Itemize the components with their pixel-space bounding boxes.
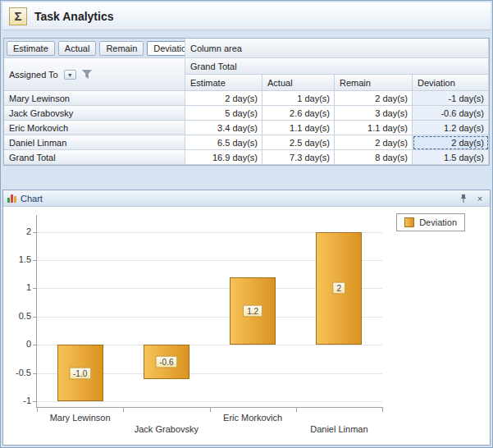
bar-value-label: -1.0 — [69, 367, 91, 379]
column-header-deviation: Deviation — [413, 75, 489, 91]
data-cell[interactable]: 2 day(s) — [335, 91, 413, 106]
row-header: Mary Lewinson — [4, 91, 185, 106]
data-cell[interactable]: 5 day(s) — [185, 106, 262, 121]
bar-value-label: 1.2 — [243, 305, 262, 318]
y-axis-label: 2 — [4, 226, 31, 236]
y-axis-label: 0.5 — [4, 311, 31, 321]
page-title: Task Analytics — [34, 10, 114, 23]
y-axis-tick — [33, 260, 37, 261]
row-field-assigned-to[interactable]: Assigned To ▼ — [4, 58, 185, 91]
data-cell[interactable]: 7.3 day(s) — [262, 150, 335, 165]
x-axis-tick — [382, 407, 383, 412]
row-header: Eric Morkovich — [4, 121, 185, 135]
y-axis-tick — [33, 345, 37, 345]
bar-chart-icon — [7, 194, 16, 203]
x-axis-category-label: Daniel Linman — [310, 424, 367, 434]
data-cell[interactable]: 3.4 day(s) — [185, 121, 262, 135]
chart-panel: Chart × -1-0.500.511.52-1.0Mary Lewinson… — [2, 190, 491, 446]
row-header: Daniel Linman — [4, 135, 185, 150]
x-axis-tick — [210, 407, 211, 412]
x-axis-category-label: Jack Grabovsky — [135, 424, 199, 434]
data-cell[interactable]: 1.5 day(s) — [413, 150, 489, 165]
title-bar: Σ Task Analytics — [2, 2, 491, 30]
row-header: Jack Grabovsky — [4, 106, 185, 121]
x-axis-tick — [296, 407, 297, 412]
data-cell[interactable]: -0.6 day(s) — [413, 106, 489, 121]
y-axis-tick — [33, 288, 37, 289]
data-cell[interactable]: 1 day(s) — [262, 91, 335, 106]
pivot-grid: Estimate Actual Remain Deviation Column … — [3, 38, 490, 166]
gridline — [37, 401, 382, 402]
y-axis-tick — [33, 232, 37, 233]
sigma-glyph: Σ — [14, 9, 21, 23]
y-axis-label: 1.5 — [4, 254, 31, 264]
y-axis-tick — [33, 401, 37, 402]
bar-value-label: 2 — [333, 282, 346, 295]
y-axis-tick — [33, 317, 37, 318]
chart-panel-title: Chart — [21, 194, 43, 203]
filter-funnel-icon[interactable] — [82, 70, 92, 79]
chart-legend: Deviation — [396, 213, 465, 231]
x-axis-tick — [37, 407, 38, 412]
y-axis-label: -1 — [4, 395, 31, 405]
y-axis-label: -0.5 — [4, 368, 31, 377]
column-area-header: Column area — [185, 39, 489, 58]
pin-icon[interactable] — [458, 193, 469, 204]
grand-total-row-header: Grand Total — [4, 150, 185, 165]
y-axis-label: 1 — [4, 282, 31, 292]
field-button-deviation[interactable]: Deviation — [147, 41, 185, 56]
legend-label: Deviation — [419, 217, 457, 227]
close-icon[interactable]: × — [474, 193, 486, 204]
task-analytics-window: Σ Task Analytics Estimate Actual Remain … — [0, 0, 493, 448]
field-button-estimate[interactable]: Estimate — [7, 41, 55, 56]
bar-value-label: -0.6 — [155, 355, 177, 368]
data-cell[interactable]: 6.5 day(s) — [185, 135, 262, 150]
sigma-app-icon: Σ — [9, 7, 27, 25]
x-axis-category-label: Eric Morkovich — [223, 413, 282, 423]
x-axis-tick — [123, 407, 124, 412]
data-cell[interactable]: 2.6 day(s) — [262, 106, 335, 121]
data-cell[interactable]: -1 day(s) — [413, 91, 489, 106]
legend-swatch — [404, 217, 414, 227]
column-header-remain: Remain — [335, 75, 413, 91]
data-cell[interactable]: 3 day(s) — [335, 106, 413, 121]
selected-data-cell[interactable]: 2 day(s) — [413, 135, 489, 150]
row-field-label: Assigned To — [9, 70, 58, 80]
field-button-remain[interactable]: Remain — [99, 41, 144, 56]
chevron-down-icon[interactable]: ▼ — [64, 70, 76, 80]
grand-total-column-header: Grand Total — [185, 58, 489, 75]
y-axis-tick — [33, 373, 37, 374]
field-button-actual[interactable]: Actual — [58, 41, 97, 56]
chart-plot: -1-0.500.511.52-1.0Mary Lewinson-0.6Jack… — [36, 215, 382, 408]
data-cell[interactable]: 16.9 day(s) — [185, 150, 262, 165]
data-cell[interactable]: 8 day(s) — [335, 150, 413, 165]
data-cell[interactable]: 2.5 day(s) — [262, 135, 335, 150]
data-header-area: Estimate Actual Remain Deviation — [4, 39, 185, 58]
data-cell[interactable]: 1.2 day(s) — [413, 121, 489, 135]
x-axis-category-label: Mary Lewinson — [50, 413, 111, 423]
data-cell[interactable]: 2 day(s) — [185, 91, 262, 106]
data-cell[interactable]: 1.1 day(s) — [335, 121, 413, 135]
column-header-estimate: Estimate — [185, 75, 262, 91]
column-header-actual: Actual — [262, 75, 335, 91]
chart-panel-header: Chart × — [3, 190, 490, 207]
data-cell[interactable]: 1.1 day(s) — [262, 121, 335, 135]
data-cell[interactable]: 2 day(s) — [335, 135, 413, 150]
y-axis-label: 0 — [4, 339, 31, 349]
chart-content: -1-0.500.511.52-1.0Mary Lewinson-0.6Jack… — [3, 207, 490, 445]
